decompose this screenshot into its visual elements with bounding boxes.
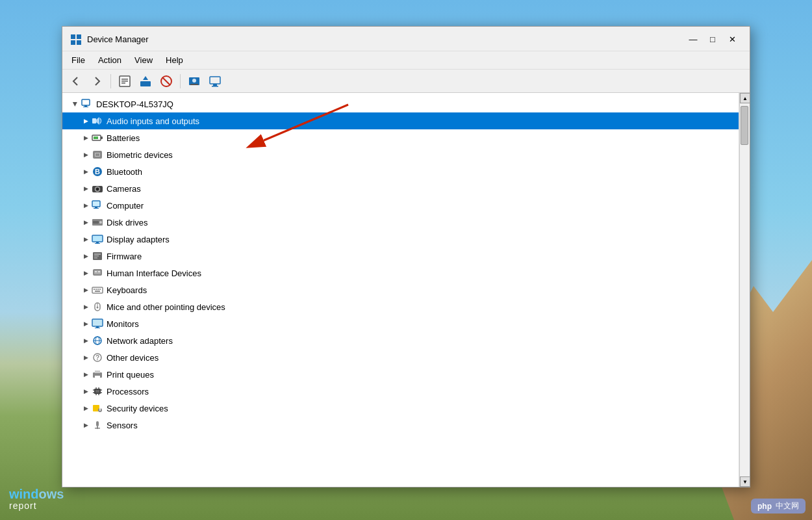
- menu-file[interactable]: File: [65, 53, 92, 67]
- menu-action[interactable]: Action: [92, 53, 128, 67]
- other-icon: ?: [91, 352, 104, 363]
- svg-rect-91: [95, 428, 100, 429]
- menu-view[interactable]: View: [128, 53, 159, 67]
- hid-icon: [91, 267, 104, 279]
- tree-item-disk[interactable]: ▶ Disk drives: [62, 214, 739, 231]
- tree-item-biometric[interactable]: ▶ Biometric devices: [62, 146, 739, 163]
- svg-rect-66: [95, 328, 100, 328]
- scroll-up-button[interactable]: ▲: [740, 93, 750, 103]
- print-icon: [91, 369, 104, 380]
- forward-button[interactable]: [87, 72, 107, 90]
- cameras-icon: [91, 183, 104, 194]
- svg-marker-22: [96, 117, 99, 125]
- svg-rect-27: [95, 153, 100, 157]
- root-expand-arrow[interactable]: ▶: [70, 99, 81, 109]
- scroll-down-button[interactable]: ▼: [740, 476, 750, 487]
- menu-help[interactable]: Help: [159, 53, 190, 67]
- computer-label: Computer: [107, 201, 144, 211]
- device-manager-window: Device Manager — □ ✕ File Action View He…: [62, 26, 750, 488]
- tree-item-cameras[interactable]: ▶ Cameras: [62, 180, 739, 197]
- svg-rect-36: [93, 202, 99, 206]
- disk-expand-arrow[interactable]: ▶: [81, 217, 91, 228]
- tree-item-firmware[interactable]: ▶ Firmware: [62, 248, 739, 265]
- root-item[interactable]: ▶ DESKTOP-4L537JQ: [62, 96, 739, 112]
- batteries-icon: [91, 132, 104, 144]
- tree-item-computer[interactable]: ▶ Computer: [62, 197, 739, 214]
- update-button[interactable]: [136, 72, 155, 90]
- firmware-icon: [91, 250, 104, 262]
- tree-item-display[interactable]: ▶ Display adapters: [62, 231, 739, 248]
- print-label: Print queues: [107, 370, 154, 380]
- display-icon: [91, 233, 104, 245]
- tree-item-audio[interactable]: ▶ Audio inputs and outputs: [62, 112, 739, 129]
- audio-expand-arrow[interactable]: ▶: [81, 116, 91, 126]
- security-icon: [91, 402, 104, 414]
- svg-rect-55: [94, 289, 95, 290]
- keyboards-icon: [91, 284, 104, 296]
- biometric-icon: [91, 149, 104, 161]
- svg-point-34: [96, 188, 99, 190]
- tree-item-network[interactable]: ▶ Network adapters: [62, 332, 739, 349]
- audio-label: Audio inputs and outputs: [107, 116, 199, 126]
- scan-button[interactable]: [184, 72, 204, 90]
- print-expand-arrow[interactable]: ▶: [81, 369, 91, 380]
- svg-rect-5: [121, 79, 128, 80]
- content-area: ▶ DESKTOP-4L537JQ ▶: [62, 93, 750, 487]
- keyboards-expand-arrow[interactable]: ▶: [81, 285, 91, 295]
- batteries-expand-arrow[interactable]: ▶: [81, 133, 91, 143]
- close-button[interactable]: ✕: [722, 32, 742, 47]
- window-title: Device Manager: [87, 34, 683, 44]
- firmware-expand-arrow[interactable]: ▶: [81, 251, 91, 261]
- cameras-expand-arrow[interactable]: ▶: [81, 183, 91, 194]
- php-watermark: php 中文网: [751, 499, 806, 514]
- display-expand-arrow[interactable]: ▶: [81, 234, 91, 244]
- biometric-expand-arrow[interactable]: ▶: [81, 150, 91, 160]
- processors-label: Processors: [107, 387, 149, 396]
- device-tree[interactable]: ▶ DESKTOP-4L537JQ ▶: [62, 93, 739, 487]
- scrollbar-track[interactable]: [740, 103, 750, 476]
- sensors-expand-arrow[interactable]: ▶: [81, 420, 91, 430]
- mice-expand-arrow[interactable]: ▶: [81, 302, 91, 312]
- computer-expand-arrow[interactable]: ▶: [81, 200, 91, 211]
- maximize-button[interactable]: □: [703, 32, 722, 47]
- minimize-button[interactable]: —: [683, 32, 703, 47]
- mice-label: Mice and other pointing devices: [107, 302, 225, 312]
- computer-device-icon: [91, 200, 104, 211]
- monitor-button[interactable]: [205, 72, 225, 90]
- tree-item-batteries[interactable]: ▶ Batteries: [62, 129, 739, 146]
- tree-item-processors[interactable]: ▶ Processors: [62, 383, 739, 400]
- display-label: Display adapters: [107, 235, 170, 244]
- monitors-label: Monitors: [107, 319, 139, 329]
- other-expand-arrow[interactable]: ▶: [81, 352, 91, 363]
- svg-point-40: [99, 221, 102, 224]
- monitors-expand-arrow[interactable]: ▶: [81, 318, 91, 329]
- sensors-label: Sensors: [107, 421, 138, 430]
- tree-item-keyboards[interactable]: ▶ Keyboards: [62, 281, 739, 298]
- scrollbar-thumb[interactable]: [741, 106, 748, 145]
- svg-rect-52: [95, 271, 97, 272]
- network-expand-arrow[interactable]: ▶: [81, 335, 91, 346]
- properties-button[interactable]: [115, 72, 134, 90]
- svg-rect-89: [96, 421, 99, 426]
- tree-item-security[interactable]: ▶ Security devices: [62, 400, 739, 417]
- svg-rect-24: [101, 136, 103, 139]
- bluetooth-expand-arrow[interactable]: ▶: [81, 166, 91, 177]
- monitors-icon: [91, 318, 104, 330]
- security-expand-arrow[interactable]: ▶: [81, 403, 91, 413]
- tree-item-other[interactable]: ▶ ? Other devices: [62, 349, 739, 366]
- tree-item-mice[interactable]: ▶ Mice and other pointing devices: [62, 298, 739, 315]
- firmware-label: Firmware: [107, 252, 142, 261]
- svg-rect-64: [93, 320, 102, 326]
- tree-item-monitors[interactable]: ▶ Monitors: [62, 315, 739, 332]
- back-button[interactable]: [66, 72, 86, 90]
- hid-expand-arrow[interactable]: ▶: [81, 268, 91, 278]
- processors-expand-arrow[interactable]: ▶: [81, 386, 91, 396]
- uninstall-button[interactable]: [157, 72, 176, 90]
- scrollbar[interactable]: ▲ ▼: [739, 93, 750, 487]
- tree-item-sensors[interactable]: ▶ Sensors: [62, 417, 739, 434]
- tree-item-bluetooth[interactable]: ▶ B Bluetooth: [62, 163, 739, 180]
- svg-rect-19: [84, 105, 87, 107]
- svg-rect-38: [94, 208, 99, 209]
- tree-item-print[interactable]: ▶ Print queues: [62, 366, 739, 383]
- tree-item-hid[interactable]: ▶ Human Interface Devices: [62, 265, 739, 281]
